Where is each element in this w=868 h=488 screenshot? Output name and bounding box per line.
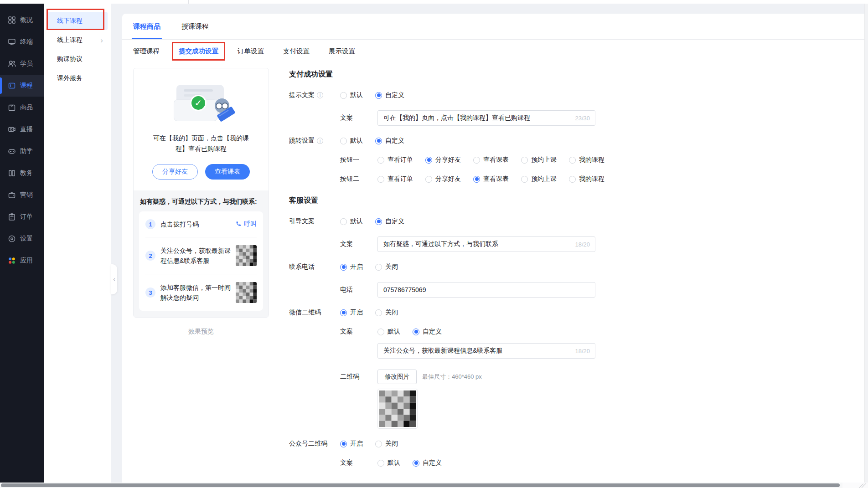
subtab-manage-courses[interactable]: 管理课程: [133, 47, 160, 56]
vertical-scrollbar-track[interactable]: [864, 4, 868, 483]
submenu-item-purchase-agreement[interactable]: 购课协议: [48, 50, 108, 68]
sidebar-item-goods[interactable]: 商品: [0, 97, 44, 118]
preview-column: ✓ 可在【我的】页面，点击【我的课程】查看已购课程 分享好友 查看课表 如有疑惑…: [133, 68, 269, 336]
horizontal-scrollbar-thumb[interactable]: [1, 483, 840, 487]
subtab-order-settings[interactable]: 订单设置: [238, 47, 264, 56]
radio-option[interactable]: 开启: [340, 440, 363, 448]
wechat-text-mode-label: 文案: [340, 328, 377, 336]
button-one-label: 按钮一: [340, 156, 377, 164]
radio-option[interactable]: 查看课表: [473, 156, 509, 164]
radio-option[interactable]: 默认: [340, 91, 363, 99]
sidebar-item-orders[interactable]: 订单: [0, 206, 44, 228]
sidebar-item-terminal[interactable]: 终端: [0, 31, 44, 53]
wechat-text-input[interactable]: [377, 343, 595, 359]
radio-option[interactable]: 自定义: [413, 459, 442, 467]
academic-icon: [8, 169, 16, 177]
radio-option[interactable]: 开启: [340, 263, 363, 271]
call-link[interactable]: 呼叫: [235, 220, 257, 228]
radio-circle-icon: [340, 264, 347, 271]
radio-label: 自定义: [385, 91, 404, 99]
radio-option[interactable]: 关闭: [375, 263, 398, 271]
radio-option[interactable]: 默认: [340, 137, 363, 145]
radio-label: 查看课表: [483, 156, 509, 164]
radio-option[interactable]: 分享好友: [425, 156, 461, 164]
radio-option[interactable]: 关闭: [375, 440, 398, 448]
phone-icon: [235, 221, 242, 227]
radio-option[interactable]: 自定义: [375, 137, 404, 145]
radio-option[interactable]: 开启: [340, 308, 363, 317]
tip-text-label: 文案: [340, 114, 377, 122]
phone-label: 电话: [340, 286, 377, 294]
preview-contact-section: 如有疑惑，可通过以下方式，与我们联系: 1 点击拨打号码 呼叫: [134, 190, 269, 317]
radio-option[interactable]: 默认: [340, 217, 363, 226]
phone-input[interactable]: [377, 282, 595, 298]
radio-option[interactable]: 我的课程: [569, 175, 604, 183]
submenu-item-extracurricular[interactable]: 课外服务: [48, 69, 108, 87]
sidebar-item-academic[interactable]: 教务: [0, 162, 44, 184]
sidebar-item-assist[interactable]: 助学: [0, 140, 44, 162]
sidebar-item-students[interactable]: 学员: [0, 53, 44, 75]
qr-code-thumbnail: [236, 245, 257, 266]
settings-icon: [8, 235, 16, 243]
radio-label: 开启: [350, 263, 363, 271]
radio-circle-icon: [473, 157, 480, 164]
marketing-icon: [8, 191, 16, 199]
sidebar-item-marketing[interactable]: 营销: [0, 184, 44, 206]
share-friends-button[interactable]: 分享好友: [152, 164, 198, 180]
char-counter: 18/20: [575, 348, 590, 354]
subtab-display-settings[interactable]: 展示设置: [329, 47, 355, 56]
radio-circle-icon: [569, 157, 576, 164]
radio-option[interactable]: 默认: [377, 459, 400, 467]
radio-option[interactable]: 查看订单: [377, 156, 413, 164]
sidebar-item-live[interactable]: 直播: [0, 118, 44, 140]
radio-option[interactable]: 预约上课: [521, 175, 557, 183]
radio-circle-icon: [377, 460, 384, 467]
radio-option[interactable]: 自定义: [413, 328, 442, 336]
scrollbar-resize-corner: [842, 483, 868, 488]
sidebar-item-apps[interactable]: 应用: [0, 250, 44, 272]
radio-option[interactable]: 我的课程: [569, 156, 604, 164]
radio-option[interactable]: 预约上课: [521, 156, 557, 164]
radio-option[interactable]: 自定义: [375, 91, 404, 99]
wechat-qr-radio-group: 开启关闭: [340, 308, 398, 317]
radio-option[interactable]: 查看订单: [377, 175, 413, 183]
radio-circle-icon: [425, 157, 432, 164]
subtab-submit-success-settings[interactable]: 提交成功设置: [179, 47, 218, 56]
radio-circle-icon: [340, 441, 347, 447]
radio-option[interactable]: 自定义: [375, 217, 404, 226]
tip-text-input[interactable]: [377, 110, 595, 126]
radio-label: 默认: [388, 328, 400, 336]
tab-course-goods[interactable]: 课程商品: [133, 14, 160, 39]
view-schedule-button[interactable]: 查看课表: [205, 164, 250, 180]
submenu-item-online-courses[interactable]: 线上课程›: [48, 31, 108, 49]
submenu-item-offline-courses[interactable]: 线下课程: [48, 12, 108, 30]
change-image-button[interactable]: 修改图片: [377, 370, 417, 384]
success-check-icon: ✓: [190, 95, 207, 111]
radio-option[interactable]: 分享好友: [425, 175, 461, 183]
radio-label: 查看订单: [388, 175, 413, 183]
step-badge: 3: [145, 288, 155, 298]
sidebar-collapse-handle[interactable]: ‹: [111, 264, 117, 294]
radio-circle-icon: [340, 218, 347, 225]
assist-icon: [8, 147, 16, 155]
horizontal-scrollbar: [0, 483, 868, 488]
tab-teaching-courses[interactable]: 授课课程: [181, 14, 209, 39]
sidebar-item-settings[interactable]: 设置: [0, 228, 44, 250]
radio-circle-icon: [340, 309, 347, 316]
guide-text-input[interactable]: [377, 236, 595, 252]
qr-code-image[interactable]: [377, 389, 418, 429]
radio-option[interactable]: 查看课表: [473, 175, 509, 183]
info-icon: i: [317, 138, 323, 144]
main-card: 课程商品 授课课程 管理课程 提交成功设置 订单设置 支付设置 展示设置: [122, 14, 864, 488]
radio-circle-icon: [413, 329, 419, 335]
sidebar-item-overview[interactable]: 概况: [0, 9, 44, 31]
sub-tabs: 管理课程 提交成功设置 订单设置 支付设置 展示设置: [122, 40, 864, 62]
header-tabs: 课程商品 授课课程: [122, 14, 864, 40]
radio-label: 自定义: [423, 328, 442, 336]
students-icon: [8, 60, 16, 68]
subtab-payment-settings[interactable]: 支付设置: [283, 47, 310, 56]
radio-circle-icon: [473, 176, 480, 183]
radio-option[interactable]: 默认: [377, 328, 400, 336]
radio-option[interactable]: 关闭: [375, 308, 398, 317]
sidebar-item-courses[interactable]: 课程: [0, 75, 44, 97]
